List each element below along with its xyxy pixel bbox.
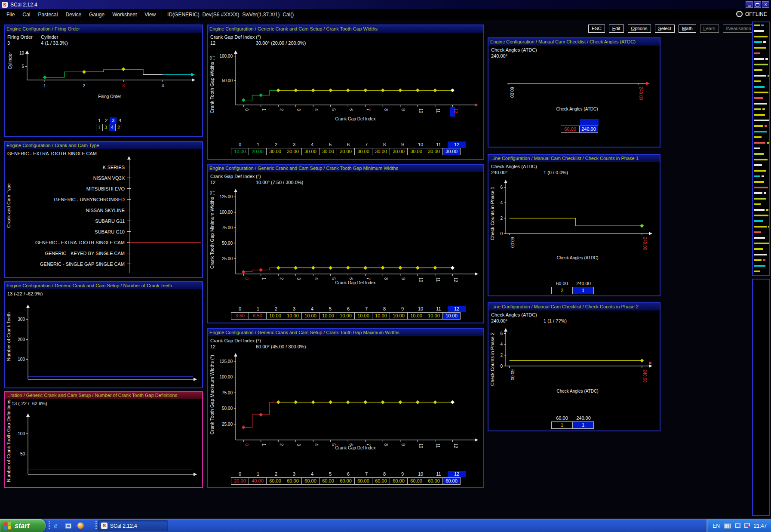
table-value-cell[interactable]: 3 xyxy=(102,124,109,131)
table-value-cell[interactable]: 10.00 xyxy=(231,148,249,155)
table-value-cell[interactable]: 20.00 xyxy=(249,148,267,155)
panel-check-angles[interactable]: Engine Configuration / Manual Cam Checkl… xyxy=(488,37,660,148)
dock-item[interactable] xyxy=(753,84,769,89)
table-header-cell[interactable]: 5 xyxy=(321,141,339,148)
cam-type-item[interactable]: NISSAN SKYLINE xyxy=(6,205,201,215)
table-value-cell[interactable]: 30.00 xyxy=(425,148,443,155)
dock-item[interactable] xyxy=(753,123,769,129)
panel-title[interactable]: ...ine Configuration / Manual Cam Checkl… xyxy=(488,155,660,162)
table-header-cell[interactable]: 5 xyxy=(321,471,339,477)
table-header-cell[interactable]: 5 xyxy=(321,306,339,312)
table-header-cell[interactable]: 60.00 xyxy=(551,415,573,421)
table-value-cell[interactable]: 60.00 xyxy=(284,477,302,485)
dock-item[interactable] xyxy=(753,145,769,151)
dock-item[interactable] xyxy=(753,45,769,50)
check-counts-phase1-chart[interactable]: 024660.00240.00Check Angles (ATDC) xyxy=(491,175,660,268)
dock-item[interactable] xyxy=(753,179,769,185)
table-value-cell[interactable]: 2 xyxy=(551,287,573,294)
table-value-cell[interactable]: 10.00 xyxy=(407,312,425,320)
dock-item[interactable] xyxy=(753,117,769,123)
toolbar-lnearisation-button[interactable]: lNearisation xyxy=(723,25,755,33)
dock-item[interactable] xyxy=(753,151,769,157)
dock-item[interactable] xyxy=(753,240,769,246)
cam-type-item[interactable]: K-SERIES xyxy=(6,162,201,172)
toolbar-select-button[interactable]: Select xyxy=(655,25,675,33)
panel-title[interactable]: ...ration / Generic Crank and Cam Setup … xyxy=(5,392,202,399)
table-header-cell[interactable]: 12 xyxy=(448,306,466,312)
table-header-cell[interactable]: 0 xyxy=(231,306,249,312)
language-indicator[interactable]: EN xyxy=(713,523,720,529)
panel-check-counts-phase1[interactable]: ...ine Configuration / Manual Cam Checkl… xyxy=(488,154,660,296)
table-header-cell[interactable]: 1 xyxy=(249,141,267,148)
table-header-cell[interactable]: 7 xyxy=(357,471,375,477)
table-value-cell[interactable]: 60.00 xyxy=(301,477,319,485)
cam-type-item[interactable]: GENERIC - UNSYNCHRONISED xyxy=(6,194,201,205)
table-value-cell[interactable]: 1 xyxy=(551,421,573,429)
internet-explorer-icon[interactable]: e xyxy=(52,522,60,530)
dock-item[interactable] xyxy=(753,67,769,73)
table-header-cell[interactable]: 6 xyxy=(339,471,357,477)
panel-title[interactable]: Engine Configuration / Generic Crank and… xyxy=(208,25,483,33)
dock-item[interactable] xyxy=(753,28,769,34)
toolbar-grip[interactable] xyxy=(95,521,97,530)
menu-gauge[interactable]: Gauge xyxy=(85,10,108,19)
table-value-cell[interactable]: 10.00 xyxy=(266,312,284,320)
dock-item[interactable] xyxy=(753,22,769,28)
crank-teeth-chart[interactable]: 100200300 xyxy=(9,300,200,384)
table-header-cell[interactable]: 0 xyxy=(231,471,249,477)
start-button[interactable]: start xyxy=(0,519,46,532)
dock-item[interactable] xyxy=(753,173,769,179)
table-value-cell[interactable]: 4 xyxy=(109,124,116,131)
panel-firing-order[interactable]: Engine Configuration / Firing Order Firi… xyxy=(4,25,203,137)
panel-number-gap-definitions[interactable]: ...ration / Generic Crank and Cam Setup … xyxy=(4,391,203,488)
table-value-cell[interactable]: 60.00 xyxy=(337,477,355,485)
table-value-cell[interactable]: 30.00 xyxy=(372,148,390,155)
panel-crank-cam-type[interactable]: Engine Configuration / Crank and Cam Typ… xyxy=(4,141,203,278)
panel-gap-widths[interactable]: Engine Configuration / Generic Crank and… xyxy=(207,25,484,160)
panel-title[interactable]: ...ine Configuration / Manual Cam Checkl… xyxy=(488,303,660,311)
close-button[interactable]: ✕ xyxy=(762,1,769,8)
table-value-cell[interactable]: 10.00 xyxy=(425,312,443,320)
table-value-cell[interactable]: 30.00 xyxy=(390,148,408,155)
table-header-cell[interactable]: 10 xyxy=(412,306,430,312)
dock-item[interactable] xyxy=(753,190,769,196)
table-value-cell[interactable]: 60.00 xyxy=(319,477,337,485)
table-header-cell[interactable]: 3 xyxy=(110,117,117,124)
cam-type-item[interactable]: GENERIC - KEYED BY SINGLE CAM xyxy=(6,248,201,258)
table-header-cell[interactable]: 9 xyxy=(393,306,412,312)
table-value-cell[interactable]: 10.00 xyxy=(354,312,372,320)
panel-title[interactable]: Engine Configuration / Generic Crank and… xyxy=(5,282,202,289)
table-value-cell[interactable]: 6.50 xyxy=(249,312,267,320)
table-header-cell[interactable] xyxy=(580,119,599,126)
table-header-cell[interactable]: 8 xyxy=(375,306,393,312)
dock-item[interactable] xyxy=(753,134,769,140)
menu-view[interactable]: View xyxy=(141,10,160,19)
dock-item[interactable] xyxy=(753,101,769,106)
table-value-cell[interactable]: 10.00 xyxy=(390,312,408,320)
dock-item[interactable] xyxy=(753,62,769,67)
table-header-cell[interactable]: 10 xyxy=(412,141,430,148)
table-header-cell[interactable]: 8 xyxy=(375,141,393,148)
table-header-cell[interactable]: 3 xyxy=(285,306,303,312)
panel-number-crank-teeth[interactable]: Engine Configuration / Generic Crank and… xyxy=(4,281,203,388)
tray-monitor-icon[interactable] xyxy=(735,523,740,528)
dock-item[interactable] xyxy=(753,235,769,240)
toolbar-grip[interactable] xyxy=(49,521,50,530)
dock-item[interactable] xyxy=(753,89,769,95)
table-header-cell[interactable]: 2 xyxy=(267,471,285,477)
maximize-button[interactable] xyxy=(754,1,761,8)
table-header-cell[interactable]: 0 xyxy=(231,141,249,148)
table-header-cell[interactable]: 3 xyxy=(285,471,303,477)
dock-item[interactable] xyxy=(753,129,769,134)
dock-item[interactable] xyxy=(753,212,769,218)
table-value-cell[interactable]: 10.00 xyxy=(319,312,337,320)
dock-item[interactable] xyxy=(753,218,769,224)
table-header-cell[interactable]: 9 xyxy=(393,141,412,148)
dock-item[interactable] xyxy=(753,73,769,78)
table-value-cell[interactable]: 60.00 xyxy=(354,477,372,485)
table-header-cell[interactable]: 2 xyxy=(103,117,110,124)
table-value-cell[interactable]: 3.50 xyxy=(231,312,249,320)
table-value-cell[interactable]: 10.00 xyxy=(301,312,319,320)
quick-launch-app-icon[interactable] xyxy=(77,522,85,530)
gap-widths-chart[interactable]: 50.00100.000123456789101112Crank Gap Def… xyxy=(212,47,483,126)
